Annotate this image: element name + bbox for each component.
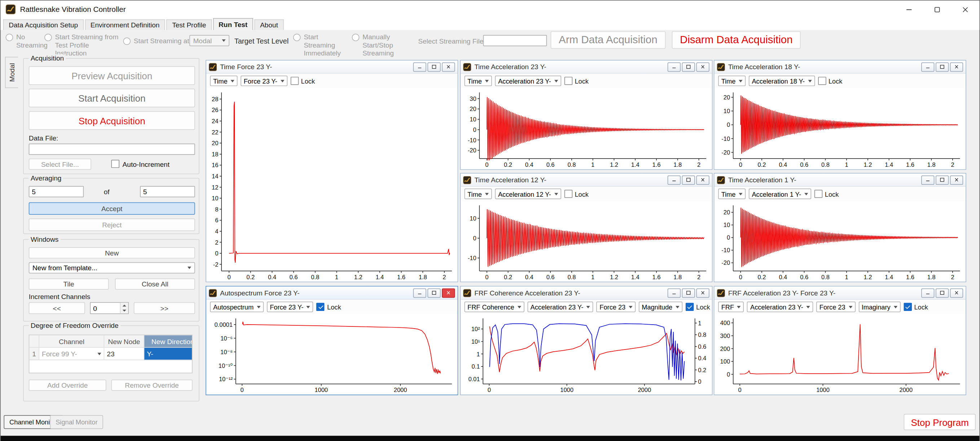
plot-canvas[interactable]: 2826242220181614121086420-200.20.40.60.8… — [206, 88, 458, 281]
tab-test-profile[interactable]: Test Profile — [167, 19, 212, 30]
plot-type-select[interactable]: Time — [464, 189, 492, 199]
new-window-button[interactable]: New — [29, 247, 195, 259]
new-direction-cell[interactable]: Y- — [144, 348, 192, 360]
streaming-level-select[interactable]: Modal — [189, 35, 229, 46]
radio-start-streaming-immediately[interactable]: Start Streaming Immediately — [293, 33, 351, 58]
averages-total-input[interactable] — [140, 186, 195, 197]
maximize-icon[interactable] — [935, 62, 949, 71]
minimize-button[interactable] — [895, 1, 923, 18]
plot-response-select[interactable]: Acceleration 23 Y- — [527, 301, 593, 312]
plot-channel-select[interactable]: Force 23 Y- — [240, 76, 287, 86]
plot-window-time-acceleration-1y[interactable]: Time Acceleration 1 Y- Time Acceleration… — [714, 173, 966, 282]
maximize-icon[interactable] — [682, 62, 695, 71]
column-header-new-node[interactable]: New Node — [104, 335, 144, 348]
averages-current-input[interactable] — [29, 186, 84, 197]
lock-checkbox[interactable]: Lock — [317, 303, 341, 311]
plot-response-select[interactable]: Acceleration 23 Y- — [747, 301, 813, 312]
column-header-new-direction[interactable]: New Direction — [144, 335, 192, 348]
plot-window-time-acceleration-18y[interactable]: Time Acceleration 18 Y- Time Acceleratio… — [714, 60, 966, 170]
lock-checkbox[interactable]: Lock — [564, 190, 589, 198]
lock-checkbox[interactable]: Lock — [814, 190, 838, 198]
minimize-icon[interactable] — [413, 62, 426, 71]
select-file-button[interactable]: Select File... — [29, 159, 91, 170]
accept-button[interactable]: Accept — [29, 202, 195, 215]
preview-acquisition-button[interactable]: Preview Acquisition — [29, 66, 195, 85]
spin-up-icon[interactable] — [121, 303, 128, 308]
channel-cell[interactable]: Force 99 Y- — [39, 348, 104, 360]
close-icon[interactable] — [950, 288, 963, 298]
column-header-channel[interactable]: Channel — [39, 335, 104, 348]
plot-window-titlebar[interactable]: FRF Acceleration 23 Y- Force 23 Y- — [714, 286, 966, 300]
spin-down-icon[interactable] — [121, 308, 128, 314]
close-icon[interactable] — [442, 288, 455, 298]
streaming-file-input[interactable] — [483, 35, 547, 46]
minimize-icon[interactable] — [921, 62, 934, 71]
close-icon[interactable] — [696, 175, 709, 184]
increment-channels-spinbox[interactable]: 0 — [90, 302, 129, 314]
stop-program-button[interactable]: Stop Program — [904, 414, 975, 430]
plot-canvas[interactable]: 20100-10-2000.20.40.60.811.21.41.61.82 — [714, 201, 966, 282]
close-button[interactable] — [951, 1, 979, 18]
plot-channel-select[interactable]: Force 23 Y- — [267, 301, 313, 312]
plot-type-select[interactable]: Time — [718, 189, 746, 199]
decrement-channels-button[interactable]: << — [29, 302, 85, 314]
minimize-icon[interactable] — [921, 175, 934, 184]
plot-window-time-force-23y[interactable]: Time Force 23 Y- Time Force 23 Y- Lock 2… — [205, 60, 458, 282]
add-override-button[interactable]: Add Override — [29, 380, 107, 391]
close-icon[interactable] — [442, 62, 455, 71]
plot-window-titlebar[interactable]: FRF Coherence Acceleration 23 Y- — [461, 286, 712, 300]
plot-channel-select[interactable]: Acceleration 12 Y- — [495, 189, 561, 199]
auto-increment-checkbox[interactable]: Auto-Increment — [111, 160, 170, 168]
minimize-icon[interactable] — [668, 62, 681, 71]
close-icon[interactable] — [696, 62, 709, 71]
data-file-input[interactable] — [29, 144, 195, 155]
maximize-icon[interactable] — [935, 288, 949, 298]
plot-window-titlebar[interactable]: Time Acceleration 18 Y- — [714, 60, 966, 73]
plot-window-frf-acceleration-force[interactable]: FRF Acceleration 23 Y- Force 23 Y- FRF A… — [714, 286, 966, 395]
new-node-cell[interactable]: 23 — [104, 348, 144, 360]
plot-window-time-acceleration-23y[interactable]: Time Acceleration 23 Y- Time Acceleratio… — [460, 60, 713, 170]
close-icon[interactable] — [696, 288, 709, 298]
disarm-data-acquisition-button[interactable]: Disarm Data Acquisition — [671, 31, 801, 49]
lock-checkbox[interactable]: Lock — [564, 77, 589, 85]
titlebar[interactable]: Rattlesnake Vibration Controller — [1, 1, 980, 18]
close-icon[interactable] — [950, 175, 963, 184]
reject-button[interactable]: Reject — [29, 218, 195, 231]
plot-type-select[interactable]: FRF — [718, 301, 744, 312]
plot-type-select[interactable]: Time — [210, 76, 237, 86]
plot-channel-select[interactable]: Acceleration 1 Y- — [749, 189, 811, 199]
side-tab-modal[interactable]: Modal — [5, 57, 18, 88]
lock-checkbox[interactable]: Lock — [686, 303, 710, 311]
plot-canvas[interactable]: 4003002001000010002000 — [714, 314, 966, 395]
minimize-icon[interactable] — [413, 288, 426, 298]
tile-button[interactable]: Tile — [29, 279, 109, 290]
plot-type-select[interactable]: FRF Coherence — [464, 301, 524, 312]
radio-start-streaming-at[interactable]: Start Streaming at — [123, 37, 189, 45]
minimize-icon[interactable] — [668, 288, 681, 298]
plot-type-select[interactable]: Autospectrum — [210, 301, 264, 312]
radio-manually-start-stop-streaming[interactable]: Manually Start/Stop Streaming — [352, 33, 414, 58]
signal-monitor-button[interactable]: Signal Monitor — [50, 415, 103, 429]
plot-window-autospectrum-force-23y[interactable]: Autospectrum Force 23 Y- Autospectrum Fo… — [205, 286, 458, 395]
plot-window-titlebar[interactable]: Time Force 23 Y- — [206, 60, 458, 73]
plot-channel-select[interactable]: Acceleration 18 Y- — [749, 76, 815, 86]
row-header[interactable]: 1 — [29, 348, 39, 360]
lock-checkbox[interactable]: Lock — [904, 303, 928, 311]
remove-override-button[interactable]: Remove Override — [111, 380, 192, 391]
plot-canvas[interactable]: 3020100-10-2000.20.40.60.811.21.41.61.82 — [461, 88, 712, 169]
tab-data-acquisition-setup[interactable]: Data Acquisition Setup — [3, 19, 84, 30]
plot-window-frf-coherence[interactable]: FRF Coherence Acceleration 23 Y- FRF Coh… — [460, 286, 713, 395]
tab-environment-definition[interactable]: Environment Definition — [85, 19, 165, 30]
plot-quantity-select[interactable]: Imaginary — [858, 301, 900, 312]
plot-window-titlebar[interactable]: Time Acceleration 23 Y- — [461, 60, 712, 73]
lock-checkbox[interactable]: Lock — [290, 77, 315, 85]
new-from-template-select[interactable]: New from Template... — [29, 262, 195, 273]
plot-channel-select[interactable]: Acceleration 23 Y- — [495, 76, 561, 86]
plot-canvas[interactable]: 0.000110⁻⁶10⁻⁸10⁻¹⁰10⁻¹²010002000 — [206, 314, 458, 395]
maximize-icon[interactable] — [428, 288, 441, 298]
stop-acquisition-button[interactable]: Stop Acquisition — [29, 111, 195, 130]
plot-canvas[interactable]: 20100-10-2000.20.40.60.811.21.41.61.82 — [714, 88, 966, 169]
select-streaming-file-button[interactable]: Select Streaming File... — [418, 38, 489, 45]
plot-window-time-acceleration-12y[interactable]: Time Acceleration 12 Y- Time Acceleratio… — [460, 173, 713, 282]
plot-reference-select[interactable]: Force 23 — [597, 301, 636, 312]
